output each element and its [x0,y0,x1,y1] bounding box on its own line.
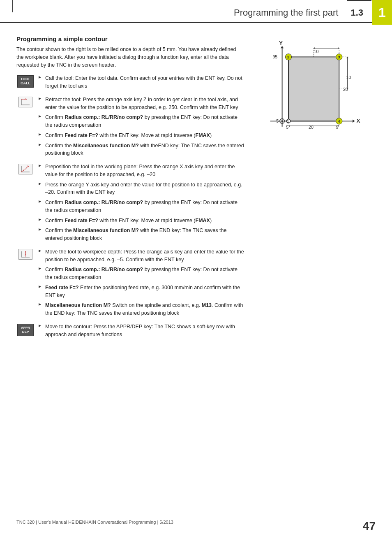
step-row-3: Preposition the tool in the working plan… [16,163,244,245]
dim-right10: 10 [346,75,351,80]
bullet-1-1: Call the tool: Enter the tool data. Conf… [39,74,244,90]
text-column: Programming a simple contour The contour… [16,31,244,344]
bullet-3-5: Confirm the Miscellaneous function M? wi… [39,227,244,242]
step-5-content: Move to the contour: Press the APPR/DEP … [39,323,244,341]
dim-h20: 20 [309,125,314,130]
svg-line-5 [21,166,29,172]
chapter-number: 1 [378,5,386,20]
bullet-4-4: Miscellaneous function M? Switch on the … [39,302,244,317]
step-5-bullets: Move to the contour: Press the APPR/DEP … [39,323,244,339]
step-3-bullets: Preposition the tool in the working plan… [39,163,244,242]
tool-call-icon-container: TOOL CALL [16,74,35,88]
step-2-content: Retract the tool: Press the orange axis … [39,96,244,160]
bullet-4-1: Move the tool to workpiece depth: Press … [39,248,244,264]
contour-fill [288,57,339,121]
step-3-content: Preposition the tool in the working plan… [39,163,244,245]
header-section: 1.3 [350,7,363,18]
retract-icon-2 [18,164,32,174]
diagram-column: X Y 1 2 3 4 95 5 [252,31,376,344]
retract-icon-container-1 [16,96,35,107]
main-content: Programming a simple contour The contour… [0,27,392,356]
page-footer: TNC 320 | User's Manual HEIDENHAIN Conve… [0,517,392,533]
section-heading: Programming a simple contour [16,35,244,42]
bullet-2-4: Confirm the Miscellaneous function M? wi… [39,142,244,158]
step-row-1: TOOL CALL Call the tool: Enter the tool … [16,74,244,93]
step-4-content: Move the tool to workpiece depth: Press … [39,248,244,320]
bullet-3-4: Confirm Feed rate F=? with the ENT key: … [39,217,244,225]
appr-line1: APPR [21,326,30,330]
point-1-label: 1 [287,119,289,123]
appr-line2: DEP [22,330,29,334]
step-row-2: Retract the tool: Press the orange axis … [16,96,244,160]
retract-icon-container-3 [16,248,35,260]
intro-text: The contour shown to the right is to be … [16,46,244,69]
step-4-bullets: Move the tool to workpiece depth: Press … [39,248,244,317]
retract-icon-1 [18,97,32,107]
retract-icon-3 [18,249,32,260]
retract-icon-container-2 [16,163,35,174]
page-header: Programming the first part 1.3 [0,0,392,23]
dim-y5: 5 [276,118,279,123]
point-4-label: 4 [338,119,340,123]
tool-call-icon: TOOL CALL [17,75,34,88]
dim-top10: 10 [314,49,319,54]
step-row-5: APPR DEP Move to the contour: Press the … [16,323,244,341]
step-1-bullets: Call the tool: Enter the tool data. Conf… [39,74,244,90]
x-axis-arrow [353,120,355,123]
bullet-2-3: Confirm Feed rate F=? with the ENT key: … [39,132,244,139]
step-2-bullets: Retract the tool: Press the orange axis … [39,96,244,157]
point-2-label: 2 [287,55,289,59]
top-border-right [347,0,371,1]
step-1-content: Call the tool: Enter the tool data. Conf… [39,74,244,93]
bullet-2-1: Retract the tool: Press the orange axis … [39,96,244,111]
retract-svg-1 [20,98,31,107]
retract-svg-2 [20,165,31,174]
top-border-left [12,0,13,12]
bullet-3-3: Confirm Radius comp.: RL/RR/no comp? by … [39,199,244,214]
appr-dep-icon-container: APPR DEP [16,323,35,336]
header-title: Programming the first part [234,7,338,18]
y-axis-label: Y [279,40,283,46]
chapter-tab: 1 [372,0,392,25]
dim-y95: 95 [272,54,277,59]
contour-diagram: X Y 1 2 3 4 95 5 [252,39,367,146]
bullet-2-2: Confirm Radius comp.: RL/RR/no comp? by … [39,114,244,129]
page-number: 47 [363,520,376,533]
bullet-3-2: Press the orange Y axis key and enter th… [39,181,244,197]
dim-v20: 20 [343,87,348,92]
footer-text: TNC 320 | User's Manual HEIDENHAIN Conve… [16,520,173,533]
appr-dep-icon: APPR DEP [17,324,34,336]
x-axis-label: X [357,118,360,124]
bullet-5-1: Move to the contour: Press the APPR/DEP … [39,323,244,339]
retract-svg-3 [20,250,31,259]
step-row-4: Move the tool to workpiece depth: Press … [16,248,244,320]
tool-call-line2: CALL [21,81,30,86]
origin-dot [281,120,283,122]
bullet-3-1: Preposition the tool in the working plan… [39,163,244,179]
bullet-4-3: Feed rate F=? Enter the positioning feed… [39,284,244,300]
dim-x5: 5 [286,125,288,130]
bullet-4-2: Confirm Radius comp.: RL/RR/no comp? by … [39,266,244,281]
